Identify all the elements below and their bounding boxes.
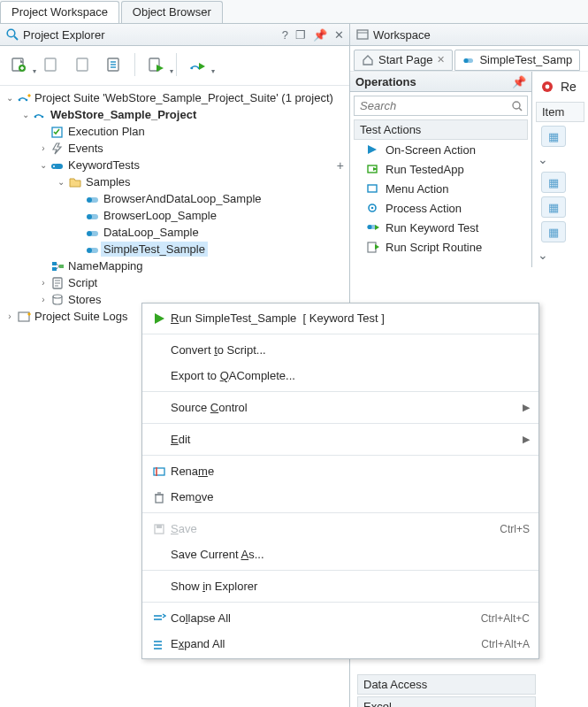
- menu-edit[interactable]: Edit▶: [142, 427, 538, 452]
- menu-collapse-all[interactable]: Collapse AllCtrl+Alt+C: [142, 605, 538, 631]
- shortcut: Ctrl+S: [500, 523, 530, 535]
- operation-label: Run Script Routine: [386, 241, 482, 254]
- menu-rename[interactable]: Rename: [142, 458, 538, 484]
- operation-label: Process Action: [386, 202, 462, 215]
- menu-remove[interactable]: Remove: [142, 484, 538, 510]
- tree-samples-folder[interactable]: ⌄Samples: [2, 173, 349, 190]
- run-page-button[interactable]: ▾: [142, 51, 169, 78]
- tree-project-label: WebStore_Sample_Project: [48, 107, 199, 122]
- search-input[interactable]: [358, 98, 511, 113]
- tree-kw-item-selected[interactable]: SimpleTest_Sample: [2, 241, 349, 257]
- operation-item[interactable]: On-Screen Action: [350, 140, 531, 159]
- tab-object-browser[interactable]: Object Browser: [121, 1, 223, 23]
- chevron-down-icon[interactable]: ⌄: [55, 177, 67, 187]
- image-thumb[interactable]: ▦: [541, 221, 566, 242]
- chevron-down-icon[interactable]: ⌄: [4, 93, 16, 103]
- menu-label: Show in Explorer: [171, 580, 530, 593]
- document-tabs: Start Page✕ SimpleTest_Samp: [350, 46, 588, 72]
- menu-expand-all[interactable]: Expand AllCtrl+Alt+A: [142, 631, 538, 657]
- keyword-test-icon: [85, 209, 101, 223]
- menu-source-control[interactable]: Source Control▶: [142, 395, 538, 420]
- category-data-access[interactable]: Data Access: [357, 674, 536, 695]
- page-list-button[interactable]: [101, 51, 127, 78]
- tab-project-workspace[interactable]: Project Workspace: [0, 1, 119, 23]
- keyword-test-icon: [462, 54, 475, 66]
- menu-save-as[interactable]: Save Current As...: [142, 542, 538, 567]
- chevron-down-icon[interactable]: ⌄: [19, 110, 32, 119]
- menu-show-explorer[interactable]: Show in Explorer: [142, 573, 538, 599]
- tree-script[interactable]: ›Script: [2, 274, 349, 291]
- svg-line-1: [14, 36, 18, 40]
- tree-kw-item[interactable]: DataLoop_Sample: [2, 224, 349, 241]
- operation-item[interactable]: Run TestedApp: [350, 159, 531, 179]
- tree-label: Script: [65, 275, 100, 290]
- chevron-right-icon[interactable]: ›: [37, 278, 50, 288]
- chevron-right-icon[interactable]: ›: [37, 143, 50, 153]
- menu-convert[interactable]: Convert to Script...: [142, 337, 538, 363]
- keyword-test-icon: [85, 226, 101, 240]
- chevron-down-icon[interactable]: ⌄: [538, 248, 588, 262]
- page1-button[interactable]: [37, 51, 64, 78]
- run-suite-button[interactable]: ▾: [184, 51, 210, 78]
- chevron-right-icon[interactable]: ›: [37, 295, 50, 304]
- search-icon[interactable]: [511, 100, 523, 112]
- column-item[interactable]: Item: [536, 102, 584, 122]
- add-kw-test-button[interactable]: +: [337, 158, 344, 173]
- tree-name-mapping[interactable]: NameMapping: [2, 257, 349, 274]
- menu-label: Convert to Script...: [171, 343, 530, 357]
- tree-project[interactable]: ⌄WebStore_Sample_Project: [2, 106, 349, 123]
- menu-export[interactable]: Export to QAComplete...: [142, 363, 538, 388]
- operation-item[interactable]: Menu Action: [350, 179, 531, 198]
- operation-label: Run TestedApp: [386, 163, 464, 176]
- category-test-actions[interactable]: Test Actions: [354, 119, 528, 140]
- tree-keyword-tests[interactable]: ⌄KeywordTests+: [2, 157, 349, 173]
- menu-label: Edit: [171, 433, 523, 446]
- chevron-down-icon[interactable]: ⌄: [37, 160, 50, 170]
- svg-point-54: [371, 207, 374, 210]
- tab-simple-test[interactable]: SimpleTest_Samp: [454, 50, 580, 71]
- tree-events[interactable]: ›Events: [2, 140, 349, 157]
- pin-button[interactable]: 📌: [311, 28, 329, 42]
- operation-icon: [366, 220, 380, 234]
- operation-icon: [366, 162, 380, 176]
- image-thumb[interactable]: ▦: [541, 126, 566, 147]
- top-tab-strip: Project Workspace Object Browser: [0, 0, 588, 24]
- pin-icon[interactable]: 📌: [512, 75, 526, 88]
- tab-start-page[interactable]: Start Page✕: [354, 50, 453, 71]
- image-thumb[interactable]: ▦: [541, 196, 566, 218]
- script-icon: [50, 276, 65, 290]
- page2-button[interactable]: [69, 51, 95, 78]
- operation-label: Run Keyword Test: [386, 221, 478, 234]
- tree-suite-label: Project Suite 'WebStore_Sample_Project_S…: [32, 90, 336, 105]
- svg-rect-52: [368, 185, 377, 192]
- image-thumb[interactable]: ▦: [541, 172, 566, 193]
- tree-exec-plan[interactable]: Execution Plan: [2, 123, 349, 140]
- svg-rect-34: [59, 265, 64, 268]
- operation-item[interactable]: Run Keyword Test: [350, 218, 531, 237]
- svg-point-25: [87, 197, 92, 203]
- tree-kw-item[interactable]: BrowserLoop_Sample: [2, 207, 349, 224]
- menu-label: Run SimpleTest_Sample [ Keyword Test ]: [171, 311, 530, 325]
- close-tab-button[interactable]: ✕: [437, 54, 445, 65]
- menu-run[interactable]: Run SimpleTest_Sample [ Keyword Test ]: [142, 305, 538, 331]
- home-icon: [362, 54, 374, 66]
- chevron-down-icon[interactable]: ⌄: [538, 152, 588, 166]
- tree-label: Execution Plan: [65, 124, 148, 139]
- svg-marker-57: [375, 225, 379, 230]
- tree-kw-item[interactable]: BrowserAndDataLoop_Sample: [2, 190, 349, 207]
- operations-search[interactable]: [354, 96, 528, 116]
- category-excel[interactable]: Excel: [357, 696, 536, 707]
- operation-icon: [366, 142, 380, 157]
- operation-item[interactable]: Run Script Routine: [350, 237, 531, 257]
- restore-button[interactable]: ❐: [294, 28, 308, 42]
- explorer-toolbar: ▾ ▾ ▾: [0, 46, 349, 86]
- svg-rect-69: [157, 525, 162, 528]
- tree-label: NameMapping: [65, 258, 146, 273]
- tree-suite[interactable]: ⌄Project Suite 'WebStore_Sample_Project_…: [2, 89, 349, 106]
- new-item-button[interactable]: ▾: [5, 51, 32, 78]
- help-button[interactable]: ?: [280, 28, 290, 42]
- expand-icon: [148, 637, 171, 651]
- close-panel-button[interactable]: ✕: [332, 28, 346, 42]
- operation-item[interactable]: Process Action: [350, 198, 531, 218]
- chevron-right-icon[interactable]: ›: [4, 311, 16, 321]
